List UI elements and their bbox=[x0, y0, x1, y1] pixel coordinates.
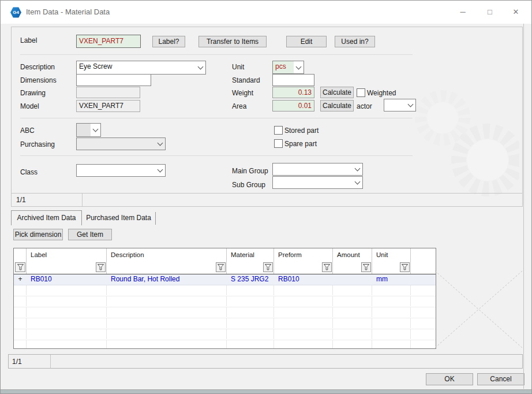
unit-combobox[interactable]: pcs bbox=[272, 61, 304, 74]
column-header-label[interactable]: Label bbox=[27, 248, 107, 261]
title-bar: G4 Item Data - Material Data ─ □ ✕ bbox=[1, 1, 531, 24]
tab-archived-item-data[interactable]: Archived Item Data bbox=[11, 210, 82, 225]
drawing-input bbox=[76, 87, 140, 98]
item-data-group: Label VXEN_PART7 Label? Transfer to Item… bbox=[11, 27, 523, 207]
factor-combobox[interactable] bbox=[384, 99, 416, 111]
funnel-icon[interactable] bbox=[15, 262, 25, 272]
drawing-label: Drawing bbox=[20, 89, 46, 98]
class-value bbox=[77, 165, 155, 176]
item-record-bar: 1/1 bbox=[12, 193, 522, 206]
main-group-combobox[interactable] bbox=[272, 163, 363, 176]
chevron-down-icon[interactable] bbox=[155, 165, 165, 176]
unit-value: pcs bbox=[273, 61, 294, 73]
calculate-area-button[interactable]: Calculate bbox=[320, 100, 354, 111]
label-input[interactable]: VXEN_PART7 bbox=[76, 35, 141, 48]
column-header-preform[interactable]: Preform bbox=[274, 248, 333, 261]
weighted-checkbox[interactable] bbox=[357, 88, 365, 97]
abc-label: ABC bbox=[20, 127, 35, 135]
separator bbox=[20, 54, 413, 55]
abc-combobox[interactable] bbox=[76, 123, 101, 137]
area-field: 0.01 bbox=[272, 100, 314, 111]
funnel-icon[interactable] bbox=[96, 262, 106, 272]
empty-table-row bbox=[14, 285, 436, 296]
standard-input[interactable] bbox=[272, 74, 314, 86]
model-input: VXEN_PART7 bbox=[76, 100, 140, 112]
class-combobox[interactable] bbox=[76, 164, 166, 177]
row-expand-toggle[interactable]: + bbox=[14, 274, 27, 285]
chevron-down-icon[interactable] bbox=[353, 163, 362, 175]
column-header-filler bbox=[411, 248, 436, 261]
cancel-button[interactable]: Cancel bbox=[477, 373, 524, 385]
weight-label: Weight bbox=[232, 89, 253, 98]
right-frame-groove bbox=[523, 24, 524, 389]
tab-purchased-item-data[interactable]: Purchased Item Data bbox=[82, 212, 156, 225]
dimensions-input[interactable] bbox=[76, 74, 151, 86]
standard-label: Standard bbox=[232, 76, 260, 85]
sub-group-label: Sub Group bbox=[232, 181, 265, 189]
divider bbox=[82, 194, 83, 206]
chevron-down-icon[interactable] bbox=[353, 177, 362, 188]
window-title: Item Data - Material Data bbox=[26, 8, 110, 16]
label-question-button[interactable]: Label? bbox=[152, 36, 185, 47]
purchasing-combobox[interactable] bbox=[76, 137, 166, 150]
close-icon[interactable]: ✕ bbox=[507, 3, 525, 21]
chevron-down-icon[interactable] bbox=[91, 124, 100, 136]
description-combobox[interactable]: Eye Screw bbox=[76, 61, 206, 75]
chevron-down-icon[interactable] bbox=[196, 61, 205, 74]
chevron-down-icon[interactable] bbox=[406, 99, 415, 111]
empty-table-row bbox=[14, 340, 436, 349]
empty-table-row bbox=[14, 296, 436, 307]
item-record-indicator: 1/1 bbox=[16, 196, 26, 204]
divider bbox=[50, 355, 51, 368]
funnel-icon[interactable] bbox=[361, 262, 371, 272]
sub-group-combobox[interactable] bbox=[272, 176, 363, 189]
table-row[interactable]: + RB010 Round Bar, Hot Rolled S 235 JRG2… bbox=[14, 274, 436, 285]
calculate-weight-button[interactable]: Calculate bbox=[320, 87, 354, 98]
chevron-down-icon[interactable] bbox=[294, 61, 304, 73]
row-unit: mm bbox=[372, 274, 411, 285]
column-header-unit[interactable]: Unit bbox=[372, 248, 411, 261]
preview-placeholder bbox=[435, 271, 522, 348]
spare-part-label: Spare part bbox=[284, 140, 317, 148]
column-header-material[interactable]: Material bbox=[227, 248, 274, 261]
stored-part-label: Stored part bbox=[284, 127, 319, 135]
sub-group-value bbox=[273, 177, 353, 188]
main-group-value bbox=[273, 163, 353, 175]
separator bbox=[20, 118, 413, 118]
item-data-dialog: G4 Item Data - Material Data ─ □ ✕ Label… bbox=[0, 0, 532, 394]
stored-part-checkbox[interactable] bbox=[274, 126, 283, 135]
table-record-bar: 1/1 bbox=[8, 354, 523, 369]
model-label: Model bbox=[20, 102, 39, 111]
used-in-button[interactable]: Used in? bbox=[335, 36, 375, 47]
main-group-label: Main Group bbox=[232, 167, 268, 176]
purchasing-label: Purchasing bbox=[20, 140, 55, 149]
spare-part-checkbox[interactable] bbox=[274, 139, 283, 148]
pick-dimension-button[interactable]: Pick dimension bbox=[13, 229, 63, 240]
column-header-description[interactable]: Description bbox=[107, 248, 227, 261]
funnel-icon[interactable] bbox=[216, 262, 226, 272]
row-preform: RB010 bbox=[274, 274, 333, 285]
funnel-icon[interactable] bbox=[322, 262, 332, 272]
column-header-amount[interactable]: Amount bbox=[333, 248, 372, 261]
row-label: RB010 bbox=[27, 274, 107, 285]
minimize-icon[interactable]: ─ bbox=[454, 3, 472, 21]
purchasing-value bbox=[77, 138, 155, 150]
weighted-checkbox-label: Weighted bbox=[367, 89, 396, 98]
transfer-to-items-button[interactable]: Transfer to Items bbox=[198, 36, 267, 47]
get-item-button[interactable]: Get Item bbox=[68, 229, 112, 240]
funnel-icon[interactable] bbox=[263, 262, 273, 272]
maximize-icon[interactable]: □ bbox=[481, 3, 499, 21]
unit-label: Unit bbox=[232, 63, 244, 72]
archived-items-table: Label Description Material Preform Amoun… bbox=[13, 248, 436, 349]
factor-value bbox=[384, 99, 406, 111]
empty-table-row bbox=[14, 307, 436, 318]
description-value: Eye Screw bbox=[77, 61, 196, 74]
funnel-icon[interactable] bbox=[400, 262, 410, 272]
ok-button[interactable]: OK bbox=[426, 373, 473, 385]
bottom-accent-strip bbox=[1, 389, 531, 393]
table-header-row: Label Description Material Preform Amoun… bbox=[14, 248, 436, 261]
edit-button[interactable]: Edit bbox=[286, 36, 327, 47]
row-amount bbox=[333, 274, 372, 285]
abc-value bbox=[77, 124, 91, 136]
chevron-down-icon[interactable] bbox=[155, 138, 165, 150]
